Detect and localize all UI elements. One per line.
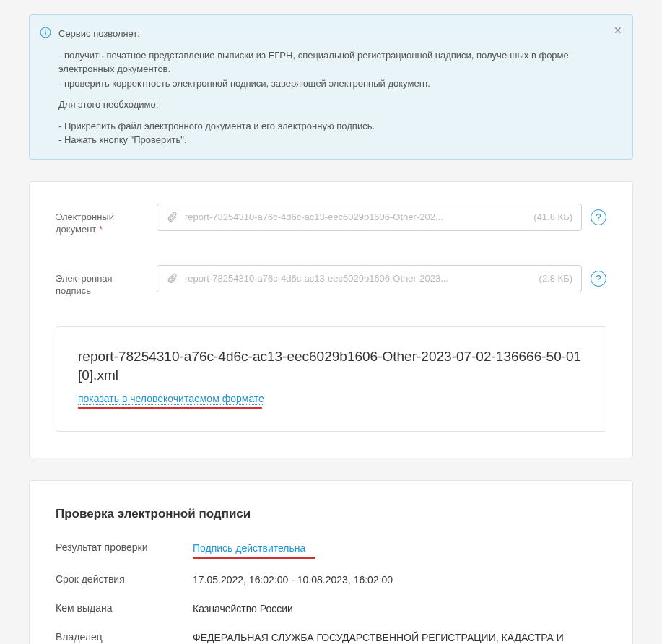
verify-issuer-value: Казначейство России bbox=[193, 602, 606, 617]
verify-issuer-row: Кем выдана Казначейство России bbox=[56, 602, 606, 617]
close-icon[interactable]: ✕ bbox=[614, 25, 622, 35]
verify-validity-label: Срок действия bbox=[56, 573, 193, 588]
document-filename: report-78254310-a76c-4d6c-ac13-eec6029b1… bbox=[185, 212, 526, 222]
annotation-underline bbox=[78, 407, 262, 409]
signature-row: Электронная подпись report-78254310-a76c… bbox=[56, 265, 606, 297]
verify-result-value: Подпись действительна bbox=[193, 541, 606, 560]
info-heading: Сервис позволяет: bbox=[58, 27, 604, 41]
report-filename: report-78254310-a76c-4d6c-ac13-eec6029b1… bbox=[78, 347, 584, 386]
document-filesize: (41.8 КБ) bbox=[533, 212, 572, 222]
verify-result-label: Результат проверки bbox=[56, 541, 193, 560]
verify-result-row: Результат проверки Подпись действительна bbox=[56, 541, 606, 560]
document-row: Электронный документ * report-78254310-a… bbox=[56, 204, 606, 236]
attach-icon bbox=[166, 212, 178, 223]
attach-icon bbox=[166, 273, 178, 284]
verify-title: Проверка электронной подписи bbox=[56, 507, 606, 521]
upload-form: Электронный документ * report-78254310-a… bbox=[29, 181, 633, 458]
signature-valid-text: Подпись действительна bbox=[193, 542, 305, 554]
info-req-heading: Для этого необходимо: bbox=[58, 97, 604, 112]
annotation-underline bbox=[193, 557, 315, 559]
show-readable-link[interactable]: показать в человекочитаемом формате bbox=[78, 393, 264, 405]
required-mark: * bbox=[99, 224, 103, 235]
svg-rect-2 bbox=[45, 32, 46, 35]
signature-filesize: (2.8 КБ) bbox=[539, 273, 572, 284]
svg-point-1 bbox=[45, 30, 46, 31]
signature-filename: report-78254310-a76c-4d6c-ac13-eec6029b1… bbox=[185, 273, 532, 284]
info-icon bbox=[40, 27, 51, 38]
signature-label-text: Электронная подпись bbox=[56, 273, 113, 297]
verify-owner-label: Владелец bbox=[56, 631, 193, 644]
help-icon[interactable]: ? bbox=[591, 271, 606, 287]
info-req-item: - Нажать кнопку "Проверить". bbox=[58, 133, 604, 147]
verify-validity-value: 17.05.2022, 16:02:00 - 10.08.2023, 16:02… bbox=[193, 573, 606, 588]
verify-validity-row: Срок действия 17.05.2022, 16:02:00 - 10.… bbox=[56, 573, 606, 588]
verify-card: Проверка электронной подписи Результат п… bbox=[29, 480, 633, 644]
verify-owner-row: Владелец ФЕДЕРАЛЬНАЯ СЛУЖБА ГОСУДАРСТВЕН… bbox=[56, 631, 606, 644]
info-bullet: - проверить корректность электронной под… bbox=[58, 77, 604, 91]
document-label-text: Электронный документ bbox=[56, 212, 114, 235]
signature-label: Электронная подпись bbox=[56, 265, 142, 297]
info-bullet: - получить печатное представление выписк… bbox=[58, 48, 604, 77]
help-icon[interactable]: ? bbox=[591, 209, 606, 225]
info-req-item: - Прикрепить файл электронного документа… bbox=[58, 119, 604, 134]
document-file-input[interactable]: report-78254310-a76c-4d6c-ac13-eec6029b1… bbox=[157, 204, 582, 231]
signature-file-input[interactable]: report-78254310-a76c-4d6c-ac13-eec6029b1… bbox=[157, 265, 582, 292]
verify-owner-value: ФЕДЕРАЛЬНАЯ СЛУЖБА ГОСУДАРСТВЕННОЙ РЕГИС… bbox=[193, 631, 606, 644]
info-banner: ✕ Сервис позволяет: - получить печатное … bbox=[29, 14, 633, 160]
report-box: report-78254310-a76c-4d6c-ac13-eec6029b1… bbox=[56, 326, 606, 432]
document-label: Электронный документ * bbox=[56, 204, 142, 236]
verify-issuer-label: Кем выдана bbox=[56, 602, 193, 617]
